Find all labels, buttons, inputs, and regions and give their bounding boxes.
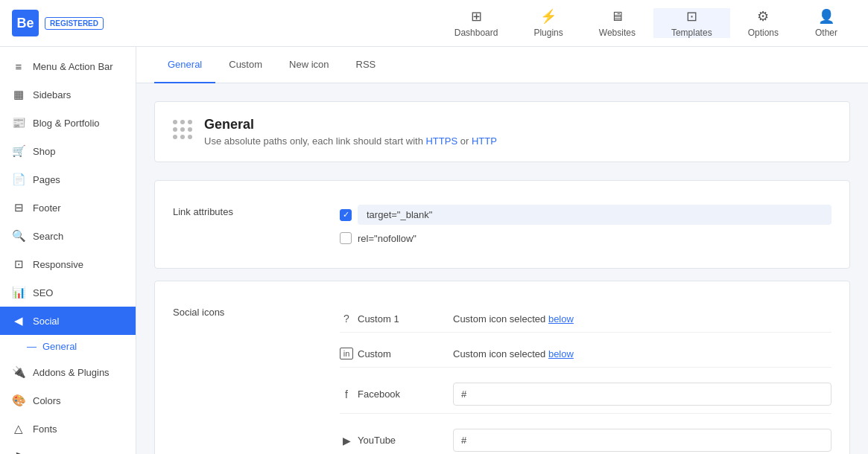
custom1-below-link[interactable]: below [548, 313, 574, 324]
sidebar-item-search-label: Search [33, 231, 63, 242]
sidebar-item-colors[interactable]: 🎨 Colors [0, 386, 136, 415]
tab-new-icon[interactable]: New icon [276, 47, 342, 83]
dot [180, 135, 185, 139]
sidebar-item-colors-label: Colors [33, 395, 61, 406]
nav-other-label: Other [815, 28, 837, 38]
section-header: General Use absolute paths only, each li… [154, 101, 850, 162]
options-icon: ⚙ [757, 8, 769, 25]
https-text: HTTPS [425, 135, 457, 147]
search-icon: 🔍 [12, 229, 25, 243]
target-blank-checkbox[interactable] [340, 209, 352, 221]
templates-icon: ⊡ [686, 8, 697, 25]
sidebar-item-addons-plugins[interactable]: 🔌 Addons & Plugins [0, 358, 136, 386]
sidebar-item-sidebars[interactable]: ▦ Sidebars [0, 80, 136, 109]
sidebar-item-fonts[interactable]: △ Fonts [0, 415, 136, 443]
nav-websites-label: Websites [599, 28, 636, 38]
custom2-icon-label: in Custom [340, 348, 444, 359]
dot [173, 127, 177, 132]
tab-rss[interactable]: RSS [343, 47, 390, 83]
facebook-input[interactable] [453, 383, 831, 406]
link-attributes-row: Link attributes target="_blank" rel="nof… [173, 196, 831, 253]
sidebar-item-translate[interactable]: ⚑ Translate [0, 443, 136, 454]
section-desc-prefix: Use absolute paths only, each link shoul… [204, 135, 425, 147]
menu-action-bar-icon: ≡ [12, 60, 25, 73]
sidebar-item-pages-label: Pages [33, 174, 60, 185]
custom2-below-link[interactable]: below [548, 348, 574, 359]
dashboard-icon: ⊞ [471, 8, 482, 25]
sidebar-item-shop[interactable]: 🛒 Shop [0, 137, 136, 165]
link-attributes-section: Link attributes target="_blank" rel="nof… [154, 180, 850, 269]
social-icons-row: Social icons ? Custom 1 Custom icon sele… [173, 296, 831, 454]
registered-badge: REGISTERED [45, 17, 104, 30]
sidebar-item-pages[interactable]: 📄 Pages [0, 165, 136, 194]
tab-custom[interactable]: Custom [215, 47, 276, 83]
custom1-icon: ? [340, 313, 353, 324]
social-icons-label: Social icons [173, 305, 322, 318]
target-blank-label: target="_blank" [358, 205, 831, 225]
fonts-icon: △ [12, 422, 25, 435]
blog-portfolio-icon: 📰 [12, 116, 25, 130]
youtube-input[interactable] [453, 429, 831, 452]
nav-options-label: Options [748, 28, 779, 38]
social-icons-controls: ? Custom 1 Custom icon selected below in [340, 305, 831, 454]
custom2-name: Custom [358, 348, 391, 359]
translate-icon: ⚑ [12, 450, 25, 454]
tabs-bar: General Custom New icon RSS [136, 47, 868, 83]
custom1-name: Custom 1 [358, 313, 399, 324]
sidebar-item-shop-label: Shop [33, 146, 55, 157]
rel-nofollow-label: rel="nofollow" [358, 233, 416, 244]
section-dots [173, 120, 192, 139]
sidebar-item-blog-portfolio[interactable]: 📰 Blog & Portfolio [0, 109, 136, 137]
social-row-facebook: f Facebook [340, 375, 831, 414]
custom1-icon-label: ? Custom 1 [340, 313, 444, 324]
social-icon: ◀ [12, 314, 25, 327]
sidebar-item-menu-action-bar-label: Menu & Action Bar [33, 61, 113, 72]
custom2-icon: in [340, 348, 353, 359]
section-desc-or: or [457, 135, 472, 147]
section-title: General [204, 117, 497, 132]
custom2-link-text: Custom icon selected below [453, 348, 831, 359]
sidebars-icon: ▦ [12, 88, 25, 101]
dot [173, 135, 177, 139]
nav-templates[interactable]: ⊡ Templates [653, 8, 730, 38]
seo-icon: 📊 [12, 286, 25, 299]
plugins-icon: ⚡ [540, 8, 557, 25]
sidebar-item-search[interactable]: 🔍 Search [0, 222, 136, 250]
top-nav: Be REGISTERED ⊞ Dashboard ⚡ Plugins 🖥 We… [0, 0, 868, 47]
tab-general[interactable]: General [154, 47, 215, 83]
facebook-icon: f [340, 389, 353, 400]
sidebar-item-footer[interactable]: ⊟ Footer [0, 194, 136, 222]
sidebar-item-responsive[interactable]: ⊡ Responsive [0, 250, 136, 278]
dot [173, 120, 177, 124]
rel-nofollow-checkbox[interactable] [340, 232, 352, 244]
social-row-youtube: ▶ YouTube [340, 421, 831, 454]
nav-websites[interactable]: 🖥 Websites [581, 9, 653, 38]
sidebar-item-social[interactable]: ◀ Social [0, 307, 136, 335]
sidebar-item-footer-label: Footer [33, 202, 61, 214]
http-text: HTTP [472, 135, 497, 147]
youtube-name: YouTube [358, 435, 396, 446]
nav-plugins[interactable]: ⚡ Plugins [516, 8, 580, 38]
sidebar-item-fonts-label: Fonts [33, 423, 57, 435]
sidebar-item-menu-action-bar[interactable]: ≡ Menu & Action Bar [0, 53, 136, 80]
shop-icon: 🛒 [12, 144, 25, 158]
main-content: General Custom New icon RSS [136, 47, 868, 454]
sub-dash-icon: — [27, 341, 37, 352]
dot [188, 135, 192, 139]
nav-templates-label: Templates [671, 28, 712, 38]
nav-plugins-label: Plugins [533, 28, 563, 38]
dot [180, 127, 185, 132]
sidebar-item-translate-label: Translate [33, 452, 73, 455]
content-area: General Use absolute paths only, each li… [136, 83, 868, 454]
sidebar-item-seo[interactable]: 📊 SEO [0, 278, 136, 307]
sidebar-item-sidebars-label: Sidebars [33, 89, 71, 100]
sidebar-sub-item-general[interactable]: — General [0, 335, 136, 358]
nav-options[interactable]: ⚙ Options [730, 8, 796, 38]
facebook-icon-label: f Facebook [340, 389, 444, 400]
colors-icon: 🎨 [12, 394, 25, 407]
nav-other[interactable]: 👤 Other [796, 8, 856, 38]
nav-dashboard[interactable]: ⊞ Dashboard [437, 8, 516, 38]
dot [188, 120, 192, 124]
youtube-icon-label: ▶ YouTube [340, 435, 444, 447]
section-desc: Use absolute paths only, each link shoul… [204, 135, 497, 147]
